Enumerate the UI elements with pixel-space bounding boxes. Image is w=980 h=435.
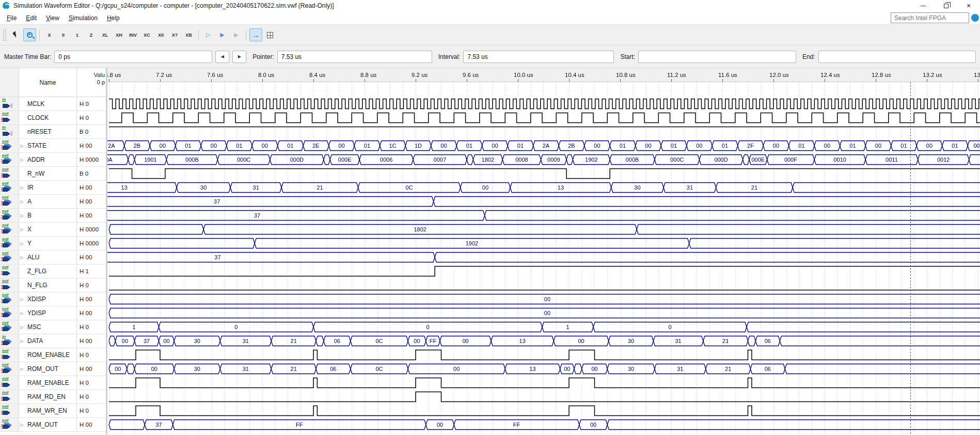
expand-arrow-icon[interactable]: ▷ xyxy=(19,325,25,330)
signal-value: H 0 xyxy=(76,390,106,403)
port-out-icon: out xyxy=(0,224,19,235)
expand-arrow-icon[interactable]: ▷ xyxy=(19,241,25,246)
signal-row-y[interactable]: out▷YH 0000 xyxy=(0,237,106,251)
signal-name: IR xyxy=(25,184,76,191)
signal-name: STATE xyxy=(25,142,76,149)
signal-row-msc[interactable]: out▷MSCH 0 xyxy=(0,320,106,334)
signal-value: H 0000 xyxy=(76,223,106,236)
signal-row-clock[interactable]: outCLOCKH 0 xyxy=(0,111,106,125)
count-value-button[interactable]: XC xyxy=(140,28,153,41)
restore-button[interactable] xyxy=(935,0,957,11)
run-timing-simulation-button[interactable]: ▶ xyxy=(216,28,229,41)
signal-row-ydisp[interactable]: out▷YDISPH 00 xyxy=(0,306,106,320)
signal-name: RAM_ENABLE xyxy=(25,379,76,386)
random-values-button[interactable]: X? xyxy=(168,28,181,41)
expand-arrow-icon[interactable]: ▷ xyxy=(19,227,25,232)
signal-row-rom_enable[interactable]: outROM_ENABLEH 0 xyxy=(0,348,106,362)
signal-row-rom_out[interactable]: out▷ROM_OUTH 00 xyxy=(0,362,106,376)
waveform-area xyxy=(107,68,980,435)
prev-edge-button[interactable]: ◀ xyxy=(215,51,229,63)
minimize-button[interactable] xyxy=(912,0,935,11)
master-time-bar-input[interactable] xyxy=(54,51,212,63)
arbitrary-value-button[interactable]: XB xyxy=(182,28,195,41)
signal-panel: Name Valu 0 p inMCLKH 0outCLOCKH 0innRES… xyxy=(0,68,106,435)
invert-value-button[interactable]: INV xyxy=(127,28,139,41)
signal-row-xdisp[interactable]: out▷XDISPH 00 xyxy=(0,292,106,306)
end-input[interactable] xyxy=(818,51,976,63)
signal-row-r_nw[interactable]: outR_nWB 0 xyxy=(0,167,106,181)
signal-row-z_flg[interactable]: outZ_FLGH 1 xyxy=(0,265,106,278)
menu-edit[interactable]: Edit xyxy=(21,12,41,24)
expand-arrow-icon[interactable]: ▷ xyxy=(19,185,25,190)
expand-arrow-icon[interactable]: ▷ xyxy=(19,158,25,162)
selection-tool-button[interactable] xyxy=(9,28,22,41)
force-high-button[interactable]: 1 xyxy=(71,28,84,41)
force-high-impedance-button[interactable]: Z xyxy=(85,28,98,41)
generate-testbench-button[interactable]: ▶ xyxy=(230,28,243,41)
waveform-canvas[interactable] xyxy=(107,68,980,435)
force-uncertainty-button[interactable]: X xyxy=(43,28,56,41)
expand-arrow-icon[interactable]: ▷ xyxy=(19,213,25,218)
help-icon[interactable] xyxy=(971,14,979,22)
force-weak-low-button[interactable]: XL xyxy=(99,28,112,41)
force-weak-high-button[interactable]: XH xyxy=(113,28,125,41)
search-input[interactable] xyxy=(891,12,969,23)
force-low-icon: 0 xyxy=(62,33,65,38)
signal-row-ram_wr_en[interactable]: outRAM_WR_ENH 0 xyxy=(0,404,106,418)
signal-row-ram_enable[interactable]: outRAM_ENABLEH 0 xyxy=(0,376,106,390)
start-input[interactable] xyxy=(638,51,796,63)
signal-value: H 00 xyxy=(76,334,106,348)
port-out-icon: out xyxy=(0,405,19,416)
menu-help[interactable]: Help xyxy=(102,12,124,24)
signal-row-addr[interactable]: out▷ADDRH 0000 xyxy=(0,153,106,167)
toolbar-separator xyxy=(198,29,199,41)
zoom-tool-button[interactable] xyxy=(23,28,36,41)
signal-row-data[interactable]: io▷DATAH 00 xyxy=(0,334,106,348)
app-logo-icon xyxy=(3,2,10,9)
toolbar-grip[interactable] xyxy=(3,29,6,41)
signal-row-alu[interactable]: out▷ALUH 00 xyxy=(0,251,106,265)
signal-row-ir[interactable]: out▷IRH 00 xyxy=(0,181,106,195)
port-out-icon: out xyxy=(0,391,19,402)
end-label: End: xyxy=(802,53,815,60)
run-functional-simulation-button[interactable]: ▷ xyxy=(202,28,215,41)
waveform-tool-button[interactable]: → xyxy=(249,28,262,41)
overwrite-clock-button[interactable]: X0 xyxy=(154,28,167,41)
interval-input[interactable] xyxy=(463,51,614,63)
signal-name: A xyxy=(25,198,76,205)
pattern-tool-icon xyxy=(267,32,273,38)
signal-row-nreset[interactable]: innRESETB 0 xyxy=(0,125,106,139)
menu-file[interactable]: File xyxy=(2,12,21,24)
force-low-button[interactable]: 0 xyxy=(57,28,70,41)
minimize-icon xyxy=(921,6,926,6)
expand-arrow-icon[interactable]: ▷ xyxy=(19,423,25,427)
expand-arrow-icon[interactable]: ▷ xyxy=(19,311,25,316)
signal-value: H 0 xyxy=(76,348,106,362)
expand-arrow-icon[interactable]: ▷ xyxy=(19,367,25,371)
pattern-tool-button[interactable] xyxy=(263,28,276,41)
menu-simulation[interactable]: Simulation xyxy=(64,12,102,24)
port-out-icon: out xyxy=(0,252,19,263)
expand-arrow-icon[interactable]: ▷ xyxy=(19,255,25,260)
port-out-icon: out xyxy=(0,307,19,319)
pointer-input[interactable] xyxy=(277,51,432,63)
signal-row-state[interactable]: out▷STATEH 00 xyxy=(0,139,106,153)
expand-arrow-icon[interactable]: ▷ xyxy=(19,297,25,302)
signal-row-ram_out[interactable]: out▷RAM_OUTH 00 xyxy=(0,418,106,432)
signal-row-a[interactable]: out▷AH 00 xyxy=(0,195,106,209)
signal-row-mclk[interactable]: inMCLKH 0 xyxy=(0,97,106,111)
port-io-icon: io xyxy=(0,335,19,347)
signal-row-n_flg[interactable]: outN_FLGH 0 xyxy=(0,278,106,292)
close-button[interactable]: × xyxy=(957,0,980,11)
menu-view[interactable]: View xyxy=(41,12,64,24)
expand-arrow-icon[interactable]: ▷ xyxy=(19,144,25,148)
signal-row-x[interactable]: out▷XH 0000 xyxy=(0,223,106,237)
signal-value: H 0000 xyxy=(76,153,106,166)
expand-arrow-icon[interactable]: ▷ xyxy=(19,199,25,204)
signal-row-ram_rd_en[interactable]: outRAM_RD_ENH 0 xyxy=(0,390,106,404)
expand-arrow-icon[interactable]: ▷ xyxy=(19,339,25,344)
signal-value: H 0 xyxy=(76,376,106,390)
next-edge-button[interactable]: ▶ xyxy=(232,51,246,63)
signal-value: H 0 xyxy=(76,320,106,334)
signal-row-b[interactable]: out▷BH 00 xyxy=(0,209,106,223)
